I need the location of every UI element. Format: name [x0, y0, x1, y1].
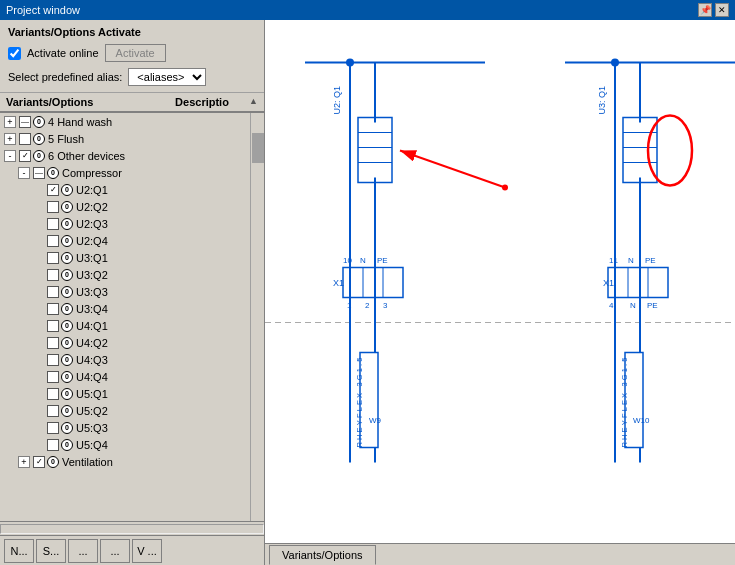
bottom-toolbar: N... S... ... ... V ... [0, 535, 264, 565]
svg-text:11: 11 [609, 256, 618, 265]
checkbox-u5q4[interactable] [47, 439, 59, 451]
left-panel: Variants/Options Activate Activate onlin… [0, 20, 265, 565]
checkbox-other-devices[interactable]: ✓ [19, 150, 31, 162]
checkbox-u4q2[interactable] [47, 337, 59, 349]
tree-col-desc: Descriptio [175, 96, 245, 108]
checkbox-u3q3[interactable] [47, 286, 59, 298]
tree-item-label-u5q3: U5:Q3 [76, 422, 108, 434]
tree-item-u5q3[interactable]: 0U5:Q3 [0, 419, 250, 436]
checkbox-u5q1[interactable] [47, 388, 59, 400]
tree-item-u4q3[interactable]: 0U4:Q3 [0, 351, 250, 368]
tree-item-label-u3q3: U3:Q3 [76, 286, 108, 298]
window-title: Project window [6, 4, 80, 16]
svg-text:U2: Q1: U2: Q1 [332, 86, 342, 115]
checkbox-ventilation[interactable]: ✓ [33, 456, 45, 468]
tree-item-label-ventilation: Ventilation [62, 456, 113, 468]
checkbox-flush[interactable] [19, 133, 31, 145]
toolbar-btn-4[interactable]: ... [100, 539, 130, 563]
circle-icon-other-devices: 0 [33, 150, 45, 162]
tree-list: +—04 Hand wash+05 Flush-✓06 Other device… [0, 113, 250, 521]
circle-icon-ventilation: 0 [47, 456, 59, 468]
checkbox-u4q4[interactable] [47, 371, 59, 383]
tree-item-label-u4q3: U4:Q3 [76, 354, 108, 366]
svg-text:PE: PE [645, 256, 656, 265]
tree-item-label-u5q4: U5:Q4 [76, 439, 108, 451]
svg-text:10: 10 [343, 256, 352, 265]
tree-item-u3q2[interactable]: 0U3:Q2 [0, 266, 250, 283]
tree-item-ventilation[interactable]: +✓0Ventilation [0, 453, 250, 470]
expander-compressor[interactable]: - [18, 167, 30, 179]
scroll-thumb[interactable] [252, 133, 264, 163]
tree-item-u3q3[interactable]: 0U3:Q3 [0, 283, 250, 300]
tree-item-label-u4q1: U4:Q1 [76, 320, 108, 332]
toolbar-btn-3[interactable]: ... [68, 539, 98, 563]
tree-item-label-flush: 5 Flush [48, 133, 84, 145]
tree-item-u3q4[interactable]: 0U3:Q4 [0, 300, 250, 317]
checkbox-compressor[interactable]: — [33, 167, 45, 179]
tree-sort-icon: ▲ [249, 96, 258, 108]
svg-text:4: 4 [609, 301, 614, 310]
tree-item-u5q4[interactable]: 0U5:Q4 [0, 436, 250, 453]
checkbox-u4q1[interactable] [47, 320, 59, 332]
checkbox-u4q3[interactable] [47, 354, 59, 366]
right-panel: U2: Q1 1 2 3 X1 10 N PE [265, 20, 735, 565]
tree-item-hand-wash[interactable]: +—04 Hand wash [0, 113, 250, 130]
tree-item-u4q2[interactable]: 0U4:Q2 [0, 334, 250, 351]
tree-item-u5q1[interactable]: 0U5:Q1 [0, 385, 250, 402]
checkbox-hand-wash[interactable]: — [19, 116, 31, 128]
expander-ventilation[interactable]: + [18, 456, 30, 468]
checkbox-u3q1[interactable] [47, 252, 59, 264]
circle-icon-u5q2: 0 [61, 405, 73, 417]
alias-select[interactable]: <aliases> [128, 68, 206, 86]
expander-hand-wash[interactable]: + [4, 116, 16, 128]
tree-item-u2q3[interactable]: 0U2:Q3 [0, 215, 250, 232]
checkbox-u3q4[interactable] [47, 303, 59, 315]
pin-button[interactable]: 📌 [698, 3, 712, 17]
alias-row: Select predefined alias: <aliases> [8, 68, 256, 86]
tree-item-u4q1[interactable]: 0U4:Q1 [0, 317, 250, 334]
circle-icon-u2q4: 0 [61, 235, 73, 247]
checkbox-u2q3[interactable] [47, 218, 59, 230]
tree-item-u3q1[interactable]: 0U3:Q1 [0, 249, 250, 266]
checkbox-u3q2[interactable] [47, 269, 59, 281]
checkbox-u2q4[interactable] [47, 235, 59, 247]
tree-item-other-devices[interactable]: -✓06 Other devices [0, 147, 250, 164]
svg-text:PE: PE [647, 301, 658, 310]
expander-other-devices[interactable]: - [4, 150, 16, 162]
svg-text:2: 2 [365, 301, 370, 310]
tree-item-flush[interactable]: +05 Flush [0, 130, 250, 147]
svg-text:W9: W9 [369, 416, 382, 425]
activate-online-checkbox[interactable] [8, 47, 21, 60]
horizontal-scroll[interactable] [0, 521, 264, 535]
tree-item-compressor[interactable]: -—0Compressor [0, 164, 250, 181]
activate-section: Variants/Options Activate Activate onlin… [0, 20, 264, 93]
svg-point-57 [502, 185, 508, 191]
expander-flush[interactable]: + [4, 133, 16, 145]
circle-icon-u5q1: 0 [61, 388, 73, 400]
circle-icon-u3q1: 0 [61, 252, 73, 264]
tree-item-u4q4[interactable]: 0U4:Q4 [0, 368, 250, 385]
checkbox-u5q2[interactable] [47, 405, 59, 417]
tree-item-u2q1[interactable]: ✓0U2:Q1 [0, 181, 250, 198]
close-button[interactable]: ✕ [715, 3, 729, 17]
circle-icon-u2q1: 0 [61, 184, 73, 196]
tree-item-u2q4[interactable]: 0U2:Q4 [0, 232, 250, 249]
toolbar-btn-2[interactable]: S... [36, 539, 66, 563]
checkbox-u2q2[interactable] [47, 201, 59, 213]
circle-icon-u2q2: 0 [61, 201, 73, 213]
svg-text:X1: X1 [333, 278, 344, 288]
toolbar-btn-1[interactable]: N... [4, 539, 34, 563]
tab-variants-options[interactable]: Variants/Options [269, 545, 376, 565]
scroll-track-h[interactable] [0, 524, 264, 534]
checkbox-u5q3[interactable] [47, 422, 59, 434]
title-bar: Project window 📌 ✕ [0, 0, 735, 20]
tree-scrollbar-vertical[interactable] [250, 113, 264, 521]
tree-item-label-u2q3: U2:Q3 [76, 218, 108, 230]
svg-text:N: N [360, 256, 366, 265]
tree-item-u5q2[interactable]: 0U5:Q2 [0, 402, 250, 419]
activate-button[interactable]: Activate [105, 44, 166, 62]
checkbox-u2q1[interactable]: ✓ [47, 184, 59, 196]
toolbar-btn-5[interactable]: V ... [132, 539, 162, 563]
tree-item-label-hand-wash: 4 Hand wash [48, 116, 112, 128]
tree-item-u2q2[interactable]: 0U2:Q2 [0, 198, 250, 215]
